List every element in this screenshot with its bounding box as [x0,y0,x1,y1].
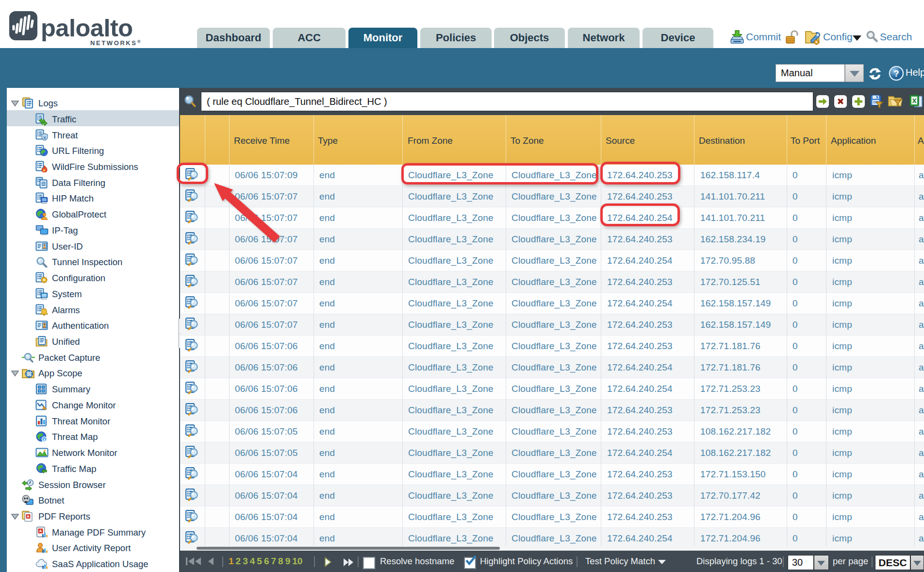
svg-text:?: ? [894,69,899,79]
svg-text:A: A [39,529,42,533]
svg-text:X: X [912,97,917,104]
svg-text:x: x [43,437,46,442]
svg-text:A: A [27,514,30,519]
svg-text:x: x [43,135,46,140]
